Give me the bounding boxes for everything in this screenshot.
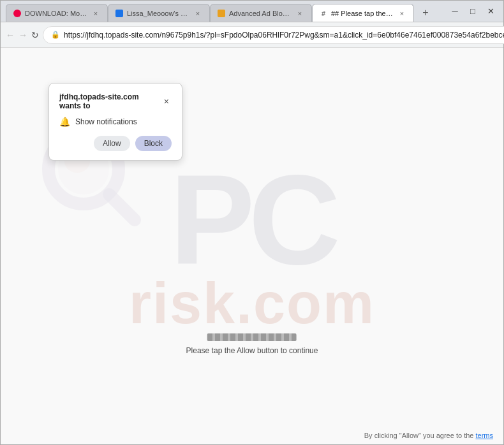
lock-icon: 🔒 <box>51 31 60 39</box>
url-text: https://jfdhq.topads-site.com/n9675p9h1s… <box>64 31 504 40</box>
tab-lissa[interactable]: Lissa_Meooow's Room @ Cha... × <box>108 4 210 22</box>
progress-text: Please tap the Allow button to continue <box>186 346 318 355</box>
tab-close-download[interactable]: × <box>91 8 101 18</box>
tab-favicon-download <box>13 9 22 18</box>
page-center-content: Please tap the Allow button to continue <box>186 333 318 355</box>
page-footer: By clicking "Allow" you agree to the ter… <box>364 432 493 439</box>
svg-line-1 <box>109 194 135 220</box>
footer-text: By clicking "Allow" you agree to the <box>364 432 474 439</box>
allow-button[interactable]: Allow <box>94 136 130 151</box>
tab-favicon-adblocker <box>217 9 226 18</box>
window-controls: ─ □ ✕ <box>447 4 498 19</box>
tab-label-lissa: Lissa_Meooow's Room @ Cha... <box>127 10 189 17</box>
forward-button[interactable]: → <box>19 26 27 44</box>
close-button[interactable]: ✕ <box>483 4 498 19</box>
progress-bar <box>207 333 297 341</box>
tab-label-adblocker: Advanced Ad Blocker <box>229 10 292 17</box>
popup-close-button[interactable]: × <box>161 96 172 107</box>
terms-link[interactable]: terms <box>476 432 494 439</box>
tab-close-lissa[interactable]: × <box>193 8 203 18</box>
tab-active[interactable]: # ## Please tap the Allow butto... × <box>312 4 414 22</box>
popup-notification-label: Show notifications <box>75 117 137 126</box>
back-button[interactable]: ← <box>6 26 15 44</box>
minimize-button[interactable]: ─ <box>447 4 463 19</box>
tab-favicon-lissa <box>115 9 124 18</box>
address-bar[interactable]: 🔒 https://jfdhq.topads-site.com/n9675p9h… <box>43 26 504 44</box>
refresh-button[interactable]: ↻ <box>31 26 39 44</box>
tab-download[interactable]: DOWNLOAD: Moana 2 (2024) × <box>6 4 108 22</box>
watermark-risk-text: risk.com <box>129 271 375 337</box>
bell-icon: 🔔 <box>59 117 70 127</box>
maximize-button[interactable]: □ <box>465 4 480 19</box>
popup-buttons: Allow Block <box>59 136 172 151</box>
popup-title: jfdhq.topads-site.com wants to <box>59 92 161 110</box>
block-button[interactable]: Block <box>135 136 172 151</box>
popup-header: jfdhq.topads-site.com wants to × <box>59 92 172 110</box>
tab-adblocker[interactable]: Advanced Ad Blocker × <box>210 4 312 22</box>
page-content: PC risk.com Please tap the Allow button … <box>1 48 503 444</box>
tab-close-adblocker[interactable]: × <box>295 8 305 18</box>
notification-popup: jfdhq.topads-site.com wants to × 🔔 Show … <box>48 83 182 161</box>
tab-label-active: ## Please tap the Allow butto... <box>331 10 394 17</box>
tab-close-active[interactable]: × <box>397 8 407 18</box>
new-tab-button[interactable]: + <box>417 4 434 22</box>
tabs-area: DOWNLOAD: Moana 2 (2024) × Lissa_Meooow'… <box>6 1 442 22</box>
nav-bar: ← → ↻ 🔒 https://jfdhq.topads-site.com/n9… <box>1 22 503 48</box>
browser-window: DOWNLOAD: Moana 2 (2024) × Lissa_Meooow'… <box>0 0 504 445</box>
popup-body: 🔔 Show notifications <box>59 117 172 127</box>
tab-label-download: DOWNLOAD: Moana 2 (2024) <box>25 10 87 17</box>
tab-favicon-active: # <box>319 9 328 18</box>
title-bar: DOWNLOAD: Moana 2 (2024) × Lissa_Meooow'… <box>1 1 503 22</box>
watermark-pc-text: PC <box>170 156 334 284</box>
